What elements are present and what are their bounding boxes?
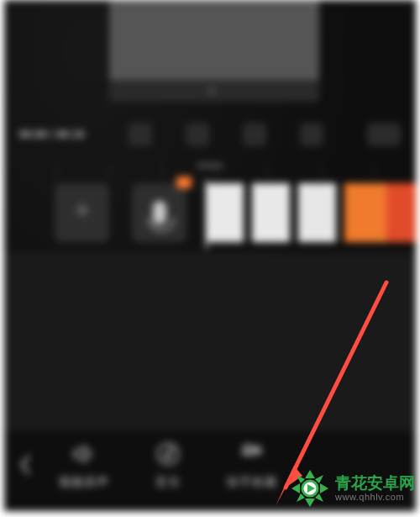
player-controls: 00:00 / 00:15 <box>4 113 416 156</box>
svg-marker-6 <box>305 470 315 478</box>
svg-point-0 <box>158 444 178 464</box>
svg-marker-11 <box>315 475 323 483</box>
tool-label: 音乐 <box>155 475 181 490</box>
svg-marker-7 <box>305 499 315 507</box>
new-badge <box>176 177 192 188</box>
svg-point-1 <box>165 454 170 459</box>
svg-marker-9 <box>320 483 328 493</box>
watermark-url: www.qhhlv.com <box>335 492 415 502</box>
player-extra-button[interactable] <box>367 123 401 146</box>
back-button[interactable] <box>4 429 46 501</box>
kuaishou-icon <box>238 440 266 468</box>
tool-original-sound[interactable]: 视频原声 <box>50 440 118 490</box>
add-clip-button[interactable] <box>55 183 109 242</box>
editor-screen: 00:00 / 00:15 <box>4 0 416 511</box>
preview-info-bar <box>109 80 319 102</box>
fullscreen-button[interactable] <box>300 123 323 146</box>
svg-marker-12 <box>297 493 305 502</box>
tool-label: 视频原声 <box>59 475 109 490</box>
microphone-icon <box>153 201 166 224</box>
playhead-indicator[interactable] <box>206 180 207 249</box>
app-frame: 00:00 / 00:15 <box>0 0 420 517</box>
tool-kuaishou-favorites[interactable]: 快手收藏 <box>218 440 286 490</box>
clip-filmstrip[interactable] <box>206 183 416 242</box>
watermark-logo-icon <box>290 468 330 509</box>
dot-icon <box>209 88 214 93</box>
ruler-handle-icon <box>197 163 223 168</box>
svg-marker-8 <box>291 483 300 493</box>
speaker-icon <box>70 440 98 468</box>
plus-icon <box>75 203 90 218</box>
chevron-left-icon <box>19 455 31 475</box>
svg-marker-13 <box>315 493 323 502</box>
watermark-brand: 青花安卓网 <box>335 475 415 493</box>
music-note-icon <box>154 440 182 468</box>
undo-button[interactable] <box>129 123 152 146</box>
tool-label: 快手收藏 <box>227 475 277 490</box>
video-preview[interactable] <box>109 0 319 91</box>
player-buttons <box>85 123 367 146</box>
timeline-row <box>4 183 416 251</box>
watermark: 青花安卓网 www.qhhlv.com <box>290 465 415 512</box>
player-time-display: 00:00 / 00:15 <box>19 129 85 140</box>
record-voice-button[interactable] <box>132 183 186 242</box>
empty-tracks-area[interactable] <box>4 252 416 431</box>
svg-marker-10 <box>297 475 305 483</box>
tool-music[interactable]: 音乐 <box>134 440 202 490</box>
play-button[interactable] <box>243 123 266 146</box>
redo-button[interactable] <box>186 123 209 146</box>
